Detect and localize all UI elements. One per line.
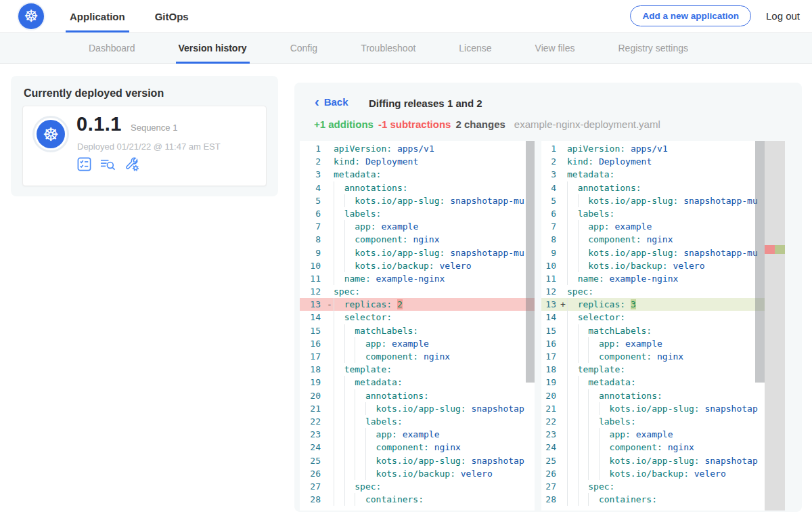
code-line: 6labels: — [300, 207, 535, 220]
subnav-tab-config[interactable]: Config — [288, 32, 320, 64]
code-line: 13+replicas: 3 — [541, 298, 765, 311]
diff-overview-ruler[interactable] — [765, 141, 785, 511]
code-rows: 1apiVersion: apps/v12kind: Deployment3me… — [541, 142, 765, 506]
chevron-left-icon: ‹ — [315, 97, 319, 107]
code-line: 26kots.io/backup: velero — [541, 467, 765, 480]
code-line: 9kots.io/app-slug: snapshotapp-mu — [300, 246, 535, 259]
code-line: 11name: example-nginx — [541, 272, 765, 285]
subnav-tab-version-history[interactable]: Version history — [176, 32, 250, 64]
code-line: 14selector: — [541, 311, 765, 324]
code-line: 8component: nginx — [300, 233, 535, 246]
additions-count: +1 additions — [314, 118, 374, 130]
code-line: 13-replicas: 2 — [300, 298, 535, 311]
code-line: 17component: nginx — [300, 350, 535, 363]
subtractions-count: -1 subtractions — [378, 118, 451, 130]
code-line: 20annotations: — [300, 389, 535, 402]
code-line: 5kots.io/app-slug: snapshotapp-mu — [541, 194, 765, 207]
subnav-tab-view-files[interactable]: View files — [533, 32, 578, 64]
kubernetes-wheel-icon: ☸ — [43, 125, 59, 144]
code-line: 5kots.io/app-slug: snapshotapp-mu — [300, 194, 535, 207]
changes-count: 2 changes — [455, 118, 505, 130]
code-line: 24component: nginx — [300, 441, 535, 454]
code-line: 10kots.io/backup: velero — [541, 259, 765, 272]
kubernetes-logo[interactable]: ☸ — [18, 3, 44, 29]
diff-pane-original: 1apiVersion: apps/v12kind: Deployment3me… — [300, 141, 535, 511]
code-line: 9kots.io/app-slug: snapshotapp-mu — [541, 246, 765, 259]
code-line: 17component: nginx — [541, 350, 765, 363]
code-line: 15matchLabels: — [541, 324, 765, 337]
code-line: 19metadata: — [541, 376, 765, 389]
code-line: 11name: example-nginx — [300, 272, 535, 285]
deploy-logs-icon[interactable] — [99, 156, 116, 172]
code-line: 10kots.io/backup: velero — [300, 259, 535, 272]
version-action-icons — [76, 156, 148, 172]
topnav-right: Add a new application Log out — [630, 5, 800, 26]
code-line: 12spec: — [541, 285, 765, 298]
code-line: 25kots.io/app-slug: snapshotap — [300, 454, 535, 467]
sequence-label: Sequence 1 — [131, 123, 177, 133]
deployed-timestamp: Deployed 01/21/22 @ 11:47 am EST — [77, 142, 221, 152]
ruler-addition-marker — [775, 245, 785, 254]
code-line: 3metadata: — [541, 168, 765, 181]
diff-panel: ‹ Back Diffing releases 1 and 2 +1 addit… — [294, 83, 802, 512]
code-line: 19metadata: — [300, 376, 535, 389]
diff-stats-row: +1 additions -1 subtractions 2 changes e… — [314, 118, 660, 130]
subnav-tab-troubleshoot[interactable]: Troubleshoot — [358, 32, 418, 64]
code-line: 21kots.io/app-slug: snapshotap — [541, 402, 765, 415]
code-line: 8component: nginx — [541, 233, 765, 246]
code-line: 2kind: Deployment — [300, 155, 535, 168]
topnav-tabs: ApplicationGitOps — [66, 0, 215, 32]
back-link[interactable]: ‹ Back — [315, 96, 348, 108]
code-line: 4annotations: — [300, 181, 535, 194]
add-application-button[interactable]: Add a new application — [630, 5, 751, 26]
subnav-tab-dashboard[interactable]: Dashboard — [86, 32, 138, 64]
code-line: 4annotations: — [541, 181, 765, 194]
preflight-checklist-icon[interactable] — [76, 156, 92, 172]
code-line: 15matchLabels: — [300, 324, 535, 337]
code-line: 12spec: — [300, 285, 535, 298]
topnav-tab-gitops[interactable]: GitOps — [151, 0, 193, 32]
code-line: 18template: — [300, 363, 535, 376]
code-line: 18template: — [541, 363, 765, 376]
logout-link[interactable]: Log out — [766, 10, 800, 22]
deployed-version-tile: ☸ 0.1.1 Sequence 1 Deployed 01/21/22 @ 1… — [22, 106, 267, 186]
code-line: 1apiVersion: apps/v1 — [541, 142, 765, 155]
scrollbar-thumb[interactable] — [755, 141, 765, 383]
code-line: 16app: example — [541, 337, 765, 350]
top-navbar: ☸ ApplicationGitOps Add a new applicatio… — [0, 0, 812, 32]
code-line: 6labels: — [541, 207, 765, 220]
kubernetes-wheel-icon: ☸ — [24, 8, 39, 24]
code-line: 28containers: — [300, 493, 535, 506]
version-number: 0.1.1 — [76, 113, 122, 135]
topnav-tab-application[interactable]: Application — [66, 0, 129, 32]
code-line: 16app: example — [300, 337, 535, 350]
code-line: 23app: example — [300, 428, 535, 441]
code-line: 27spec: — [541, 480, 765, 493]
back-label: Back — [324, 96, 348, 108]
code-line: 20annotations: — [541, 389, 765, 402]
code-line: 1apiVersion: apps/v1 — [300, 142, 535, 155]
code-line: 14selector: — [300, 311, 535, 324]
scrollbar-thumb[interactable] — [526, 141, 535, 383]
deployed-card-title: Currently deployed version — [11, 76, 278, 100]
code-line: 27spec: — [300, 480, 535, 493]
subnav-tab-license[interactable]: License — [456, 32, 494, 64]
code-line: 7app: example — [300, 220, 535, 233]
subnav-tab-registry-settings[interactable]: Registry settings — [615, 32, 690, 64]
code-line: 24component: nginx — [541, 441, 765, 454]
code-line: 28containers: — [541, 493, 765, 506]
code-line: 3metadata: — [300, 168, 535, 181]
code-line: 22labels: — [541, 415, 765, 428]
config-wrench-icon[interactable] — [124, 156, 140, 172]
currently-deployed-card: Currently deployed version ☸ 0.1.1 Seque… — [11, 76, 278, 196]
code-line: 22labels: — [300, 415, 535, 428]
code-line: 7app: example — [541, 220, 765, 233]
diff-pane-modified: 1apiVersion: apps/v12kind: Deployment3me… — [541, 141, 785, 511]
code-line: 21kots.io/app-slug: snapshotap — [300, 402, 535, 415]
diff-filename: example-nginx-deployment.yaml — [514, 118, 660, 130]
code-line: 23app: example — [541, 428, 765, 441]
app-logo: ☸ — [32, 116, 69, 152]
ruler-deletion-marker — [765, 245, 775, 254]
code-line: 26kots.io/backup: velero — [300, 467, 535, 480]
code-line: 2kind: Deployment — [541, 155, 765, 168]
